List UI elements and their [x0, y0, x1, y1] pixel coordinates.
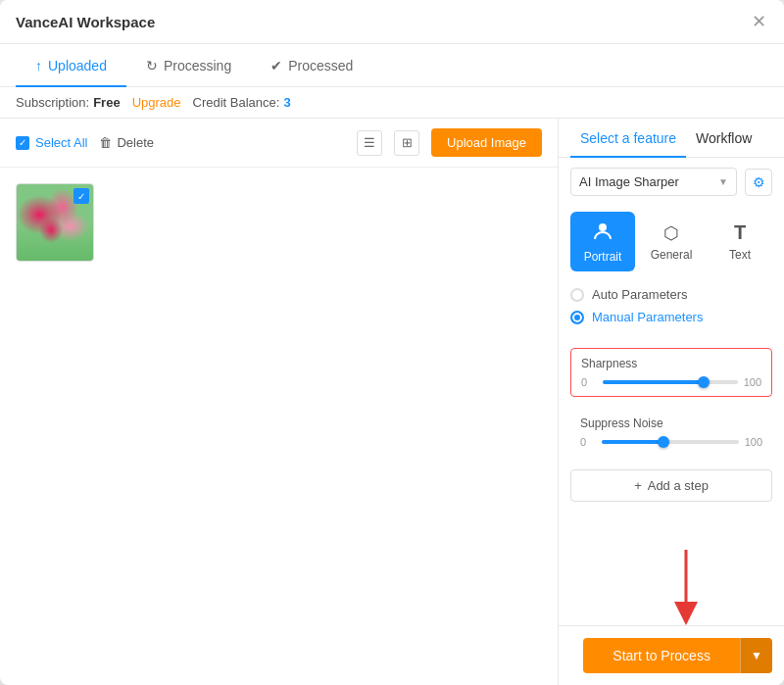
subscription-plan: Free — [93, 95, 120, 110]
tab-workflow-label: Workflow — [696, 130, 752, 146]
processed-icon: ✔ — [270, 58, 282, 73]
tab-processing-label: Processing — [164, 58, 231, 73]
manual-params-label: Manual Parameters — [592, 310, 703, 324]
tab-select-feature-label: Select a feature — [580, 130, 676, 146]
suppress-noise-max: 100 — [745, 436, 762, 448]
image-check-icon: ✓ — [74, 188, 89, 204]
tab-processing[interactable]: ↻ Processing — [126, 44, 251, 87]
suppress-noise-section: Suppress Noise 0 100 — [570, 409, 772, 456]
suppress-noise-min: 0 — [580, 436, 596, 448]
tab-processed[interactable]: ✔ Processed — [251, 44, 372, 87]
sharpness-fill — [603, 380, 704, 384]
mode-tabs: Portrait ⬡ General T Text — [559, 206, 784, 277]
start-process-dropdown-button[interactable]: ▼ — [740, 638, 772, 673]
parameters: Auto Parameters Manual Parameters — [559, 277, 784, 342]
tab-uploaded[interactable]: ↑ Uploaded — [16, 44, 126, 87]
right-panel-content: AI Image Sharper ▼ ⚙ Portr — [559, 158, 784, 625]
left-panel: ✓ Select All 🗑 Delete ☰ ⊞ Upload Image — [0, 119, 559, 685]
image-grid: ✓ — [0, 168, 558, 685]
main-window: VanceAI Workspace ✕ ↑ Uploaded ↻ Process… — [0, 0, 784, 685]
feature-dropdown-value: AI Image Sharper — [579, 174, 679, 189]
mode-portrait[interactable]: Portrait — [570, 212, 635, 271]
auto-params-option[interactable]: Auto Parameters — [570, 287, 772, 302]
auto-params-label: Auto Parameters — [592, 287, 688, 302]
suppress-noise-slider[interactable] — [602, 440, 739, 444]
select-all-label: Select All — [35, 135, 87, 150]
add-step-icon: + — [634, 478, 642, 493]
suppress-noise-slider-row: 0 100 — [580, 436, 762, 448]
toolbar: ✓ Select All 🗑 Delete ☰ ⊞ Upload Image — [0, 119, 558, 168]
window-title: VanceAI Workspace — [16, 14, 155, 30]
auto-params-radio — [570, 288, 584, 302]
delete-button[interactable]: 🗑 Delete — [99, 135, 154, 150]
feature-tabs: Select a feature Workflow — [559, 119, 784, 158]
mode-text-label: Text — [729, 248, 751, 262]
tab-select-feature[interactable]: Select a feature — [570, 119, 686, 158]
sharpness-slider[interactable] — [603, 380, 738, 384]
portrait-icon — [592, 220, 613, 246]
image-item[interactable]: ✓ — [16, 183, 94, 262]
close-button[interactable]: ✕ — [749, 12, 768, 31]
manual-params-option[interactable]: Manual Parameters — [570, 310, 772, 324]
upload-image-button[interactable]: Upload Image — [431, 128, 542, 157]
main-tabs: ↑ Uploaded ↻ Processing ✔ Processed — [0, 44, 784, 87]
list-icon: ☰ — [364, 135, 375, 150]
mode-general[interactable]: ⬡ General — [639, 212, 704, 271]
upgrade-link[interactable]: Upgrade — [132, 95, 181, 110]
mode-portrait-label: Portrait — [584, 250, 622, 264]
delete-label: Delete — [117, 135, 154, 150]
main-content: ✓ Select All 🗑 Delete ☰ ⊞ Upload Image — [0, 119, 784, 685]
checkbox-icon: ✓ — [16, 136, 29, 150]
processing-icon: ↻ — [146, 58, 158, 73]
suppress-noise-fill — [602, 440, 663, 444]
add-step-label: Add a step — [648, 478, 709, 493]
sharpness-min: 0 — [581, 376, 597, 388]
sharpness-max: 100 — [744, 376, 761, 388]
sharpness-section: Sharpness 0 100 — [570, 348, 772, 397]
trash-icon: 🗑 — [99, 135, 112, 150]
tab-workflow[interactable]: Workflow — [686, 119, 761, 158]
feature-selector: AI Image Sharper ▼ ⚙ — [559, 158, 784, 206]
dropdown-arrow-icon: ▼ — [718, 176, 728, 187]
suppress-noise-thumb[interactable] — [658, 436, 669, 448]
credit-label: Credit Balance: — [193, 95, 280, 110]
sharpness-thumb[interactable] — [698, 376, 710, 388]
settings-icon[interactable]: ⚙ — [745, 169, 772, 196]
sharpness-slider-row: 0 100 — [581, 376, 761, 388]
grid-view-button[interactable]: ⊞ — [394, 130, 419, 156]
uploaded-icon: ↑ — [35, 58, 42, 73]
sharpness-label: Sharpness — [581, 357, 761, 370]
svg-point-0 — [599, 223, 607, 231]
text-mode-icon: T — [734, 221, 746, 244]
subscription-label: Subscription: — [16, 95, 89, 110]
feature-dropdown[interactable]: AI Image Sharper ▼ — [570, 168, 737, 196]
grid-icon: ⊞ — [402, 135, 413, 150]
right-panel: Select a feature Workflow AI Image Sharp… — [559, 119, 784, 685]
credit-value: 3 — [283, 95, 290, 110]
subscription-bar: Subscription: Free Upgrade Credit Balanc… — [0, 87, 784, 119]
add-step-button[interactable]: + Add a step — [570, 469, 772, 502]
mode-text[interactable]: T Text — [708, 212, 772, 271]
tab-uploaded-label: Uploaded — [48, 58, 107, 73]
general-icon: ⬡ — [663, 222, 679, 244]
suppress-noise-label: Suppress Noise — [580, 416, 762, 430]
start-process-button[interactable]: Start to Process — [583, 638, 740, 673]
tab-processed-label: Processed — [288, 58, 353, 73]
list-view-button[interactable]: ☰ — [357, 130, 382, 156]
bottom-bar: Start to Process ▼ — [559, 625, 784, 685]
manual-params-radio — [570, 311, 584, 324]
select-all-checkbox[interactable]: ✓ Select All — [16, 135, 87, 150]
title-bar: VanceAI Workspace ✕ — [0, 0, 784, 44]
start-arrow-icon: ▼ — [751, 649, 762, 662]
mode-general-label: General — [651, 248, 693, 262]
